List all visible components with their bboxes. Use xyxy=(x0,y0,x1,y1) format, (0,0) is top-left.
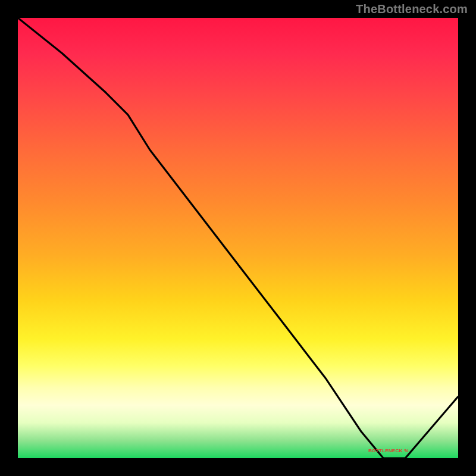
bottleneck-curve-line xyxy=(18,18,458,458)
chart-frame: TheBottleneck.com BOTTLENECK % xyxy=(0,0,476,476)
bottleneck-annotation: BOTTLENECK % xyxy=(368,448,409,453)
line-series-svg xyxy=(18,18,458,458)
watermark-text: TheBottleneck.com xyxy=(356,2,468,16)
plot-area: BOTTLENECK % xyxy=(18,18,458,458)
